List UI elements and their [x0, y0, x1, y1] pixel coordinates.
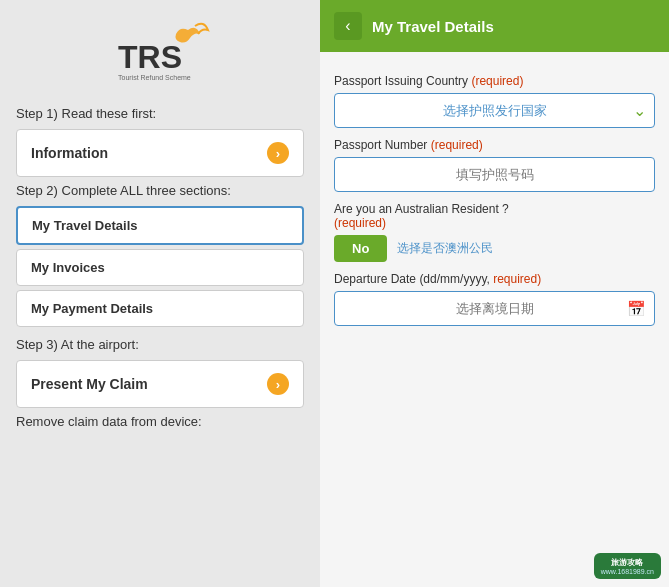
passport-number-input[interactable] — [345, 167, 644, 182]
right-body: Passport Issuing Country (required) 选择护照… — [320, 52, 669, 587]
passport-number-label: Passport Number — [334, 138, 427, 152]
information-arrow-icon: › — [267, 142, 289, 164]
resident-label: Are you an Australian Resident ? — [334, 202, 509, 216]
back-button[interactable]: ‹ — [334, 12, 362, 40]
resident-no-button[interactable]: No — [334, 235, 387, 262]
calendar-icon: 📅 — [627, 300, 646, 318]
passport-number-field[interactable] — [334, 157, 655, 192]
left-panel: TRS Tourist Refund Scheme Step 1) Read t… — [0, 0, 320, 587]
passport-number-label-row: Passport Number (required) — [334, 138, 655, 152]
invoices-item[interactable]: My Invoices — [16, 249, 304, 286]
back-icon: ‹ — [345, 17, 350, 35]
departure-date-required: required) — [493, 272, 541, 286]
passport-number-required: (required) — [431, 138, 483, 152]
step1-label: Step 1) Read these first: — [16, 106, 156, 121]
right-header: ‹ My Travel Details — [320, 0, 669, 52]
resident-hint: 选择是否澳洲公民 — [397, 240, 493, 257]
watermark-badge: 旅游攻略 www.1681989.cn — [594, 553, 661, 579]
remove-label: Remove claim data from device: — [16, 414, 202, 429]
right-panel-title: My Travel Details — [372, 18, 494, 35]
present-claim-button[interactable]: Present My Claim › — [16, 360, 304, 408]
departure-date-label: Departure Date (dd/mm/yyyy, — [334, 272, 490, 286]
logo-area: TRS Tourist Refund Scheme — [100, 16, 220, 86]
payment-details-item[interactable]: My Payment Details — [16, 290, 304, 327]
departure-date-field[interactable]: 📅 — [334, 291, 655, 326]
passport-country-required: (required) — [471, 74, 523, 88]
invoices-label: My Invoices — [31, 260, 105, 275]
information-button[interactable]: Information › — [16, 129, 304, 177]
resident-required: (required) — [334, 216, 386, 230]
resident-no-label: No — [352, 241, 369, 256]
present-claim-arrow-icon: › — [267, 373, 289, 395]
payment-details-label: My Payment Details — [31, 301, 153, 316]
svg-text:Tourist Refund Scheme: Tourist Refund Scheme — [118, 74, 191, 81]
travel-details-label: My Travel Details — [32, 218, 138, 233]
step2-label: Step 2) Complete ALL three sections: — [16, 183, 231, 198]
dropdown-chevron-icon: ⌄ — [633, 101, 646, 120]
right-panel: ‹ My Travel Details Passport Issuing Cou… — [320, 0, 669, 587]
passport-country-dropdown[interactable]: 选择护照发行国家 ⌄ — [334, 93, 655, 128]
travel-details-item[interactable]: My Travel Details — [16, 206, 304, 245]
departure-date-input[interactable] — [345, 301, 644, 316]
passport-country-select[interactable]: 选择护照发行国家 — [345, 103, 644, 118]
resident-label-row: Are you an Australian Resident ? (requir… — [334, 202, 655, 230]
information-label: Information — [31, 145, 108, 161]
svg-text:TRS: TRS — [118, 39, 182, 75]
step3-label: Step 3) At the airport: — [16, 337, 139, 352]
passport-country-label-row: Passport Issuing Country (required) — [334, 74, 655, 88]
present-claim-label: Present My Claim — [31, 376, 148, 392]
step2-group: My Travel Details My Invoices My Payment… — [16, 206, 304, 331]
passport-country-label: Passport Issuing Country — [334, 74, 468, 88]
resident-row: No 选择是否澳洲公民 — [334, 235, 655, 262]
watermark-line1: 旅游攻略 — [611, 557, 643, 568]
trs-logo: TRS Tourist Refund Scheme — [100, 16, 220, 86]
watermark-line2: www.1681989.cn — [601, 568, 654, 575]
departure-date-label-row: Departure Date (dd/mm/yyyy, required) — [334, 272, 655, 286]
